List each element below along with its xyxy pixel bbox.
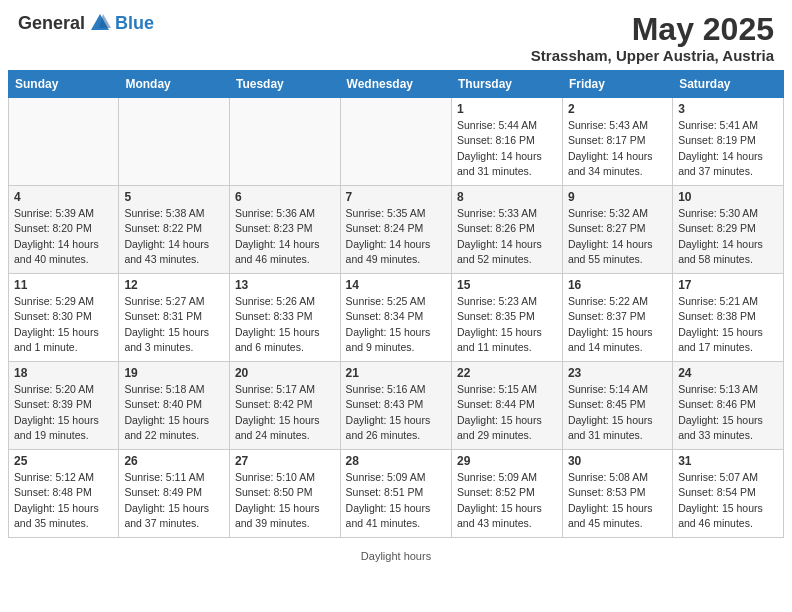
day-number: 26	[124, 454, 224, 468]
day-header-wednesday: Wednesday	[340, 71, 451, 98]
day-info: Sunrise: 5:39 AMSunset: 8:20 PMDaylight:…	[14, 206, 113, 267]
calendar-cell: 17Sunrise: 5:21 AMSunset: 8:38 PMDayligh…	[673, 274, 784, 362]
day-number: 6	[235, 190, 335, 204]
day-info: Sunrise: 5:15 AMSunset: 8:44 PMDaylight:…	[457, 382, 557, 443]
day-header-thursday: Thursday	[452, 71, 563, 98]
day-info: Sunrise: 5:16 AMSunset: 8:43 PMDaylight:…	[346, 382, 446, 443]
calendar-cell: 8Sunrise: 5:33 AMSunset: 8:26 PMDaylight…	[452, 186, 563, 274]
day-number: 20	[235, 366, 335, 380]
day-number: 17	[678, 278, 778, 292]
day-number: 19	[124, 366, 224, 380]
day-header-sunday: Sunday	[9, 71, 119, 98]
week-row-0: 1Sunrise: 5:44 AMSunset: 8:16 PMDaylight…	[9, 98, 784, 186]
footer: Daylight hours	[0, 546, 792, 564]
day-info: Sunrise: 5:09 AMSunset: 8:51 PMDaylight:…	[346, 470, 446, 531]
week-row-4: 25Sunrise: 5:12 AMSunset: 8:48 PMDayligh…	[9, 450, 784, 538]
day-info: Sunrise: 5:21 AMSunset: 8:38 PMDaylight:…	[678, 294, 778, 355]
calendar-cell: 16Sunrise: 5:22 AMSunset: 8:37 PMDayligh…	[562, 274, 672, 362]
calendar-cell: 15Sunrise: 5:23 AMSunset: 8:35 PMDayligh…	[452, 274, 563, 362]
day-number: 27	[235, 454, 335, 468]
calendar-cell: 10Sunrise: 5:30 AMSunset: 8:29 PMDayligh…	[673, 186, 784, 274]
day-info: Sunrise: 5:41 AMSunset: 8:19 PMDaylight:…	[678, 118, 778, 179]
day-info: Sunrise: 5:07 AMSunset: 8:54 PMDaylight:…	[678, 470, 778, 531]
calendar-cell: 13Sunrise: 5:26 AMSunset: 8:33 PMDayligh…	[229, 274, 340, 362]
calendar-cell: 21Sunrise: 5:16 AMSunset: 8:43 PMDayligh…	[340, 362, 451, 450]
day-number: 15	[457, 278, 557, 292]
day-number: 7	[346, 190, 446, 204]
day-number: 3	[678, 102, 778, 116]
calendar-cell: 22Sunrise: 5:15 AMSunset: 8:44 PMDayligh…	[452, 362, 563, 450]
day-number: 24	[678, 366, 778, 380]
calendar-table: SundayMondayTuesdayWednesdayThursdayFrid…	[8, 70, 784, 538]
days-header-row: SundayMondayTuesdayWednesdayThursdayFrid…	[9, 71, 784, 98]
day-number: 29	[457, 454, 557, 468]
day-number: 4	[14, 190, 113, 204]
logo-general: General	[18, 13, 85, 34]
day-number: 23	[568, 366, 667, 380]
day-number: 25	[14, 454, 113, 468]
day-number: 2	[568, 102, 667, 116]
day-number: 11	[14, 278, 113, 292]
day-info: Sunrise: 5:33 AMSunset: 8:26 PMDaylight:…	[457, 206, 557, 267]
day-info: Sunrise: 5:11 AMSunset: 8:49 PMDaylight:…	[124, 470, 224, 531]
day-info: Sunrise: 5:14 AMSunset: 8:45 PMDaylight:…	[568, 382, 667, 443]
day-number: 22	[457, 366, 557, 380]
calendar-cell: 12Sunrise: 5:27 AMSunset: 8:31 PMDayligh…	[119, 274, 230, 362]
title-area: May 2025 Strassham, Upper Austria, Austr…	[531, 12, 774, 64]
day-number: 30	[568, 454, 667, 468]
calendar-cell: 24Sunrise: 5:13 AMSunset: 8:46 PMDayligh…	[673, 362, 784, 450]
calendar-cell: 18Sunrise: 5:20 AMSunset: 8:39 PMDayligh…	[9, 362, 119, 450]
day-number: 18	[14, 366, 113, 380]
day-info: Sunrise: 5:30 AMSunset: 8:29 PMDaylight:…	[678, 206, 778, 267]
day-number: 12	[124, 278, 224, 292]
day-info: Sunrise: 5:38 AMSunset: 8:22 PMDaylight:…	[124, 206, 224, 267]
day-info: Sunrise: 5:20 AMSunset: 8:39 PMDaylight:…	[14, 382, 113, 443]
day-number: 13	[235, 278, 335, 292]
day-number: 5	[124, 190, 224, 204]
day-header-monday: Monday	[119, 71, 230, 98]
day-number: 8	[457, 190, 557, 204]
calendar-cell: 5Sunrise: 5:38 AMSunset: 8:22 PMDaylight…	[119, 186, 230, 274]
day-number: 31	[678, 454, 778, 468]
day-header-tuesday: Tuesday	[229, 71, 340, 98]
calendar-cell: 26Sunrise: 5:11 AMSunset: 8:49 PMDayligh…	[119, 450, 230, 538]
day-info: Sunrise: 5:18 AMSunset: 8:40 PMDaylight:…	[124, 382, 224, 443]
calendar-cell: 30Sunrise: 5:08 AMSunset: 8:53 PMDayligh…	[562, 450, 672, 538]
calendar-cell: 14Sunrise: 5:25 AMSunset: 8:34 PMDayligh…	[340, 274, 451, 362]
calendar-cell	[229, 98, 340, 186]
day-info: Sunrise: 5:36 AMSunset: 8:23 PMDaylight:…	[235, 206, 335, 267]
day-info: Sunrise: 5:23 AMSunset: 8:35 PMDaylight:…	[457, 294, 557, 355]
calendar-cell: 9Sunrise: 5:32 AMSunset: 8:27 PMDaylight…	[562, 186, 672, 274]
day-info: Sunrise: 5:29 AMSunset: 8:30 PMDaylight:…	[14, 294, 113, 355]
calendar-cell: 20Sunrise: 5:17 AMSunset: 8:42 PMDayligh…	[229, 362, 340, 450]
calendar-cell: 1Sunrise: 5:44 AMSunset: 8:16 PMDaylight…	[452, 98, 563, 186]
logo-icon	[89, 12, 111, 34]
day-header-friday: Friday	[562, 71, 672, 98]
day-info: Sunrise: 5:35 AMSunset: 8:24 PMDaylight:…	[346, 206, 446, 267]
month-title: May 2025	[531, 12, 774, 47]
day-number: 14	[346, 278, 446, 292]
day-info: Sunrise: 5:32 AMSunset: 8:27 PMDaylight:…	[568, 206, 667, 267]
day-info: Sunrise: 5:26 AMSunset: 8:33 PMDaylight:…	[235, 294, 335, 355]
day-number: 16	[568, 278, 667, 292]
day-number: 1	[457, 102, 557, 116]
calendar-cell: 2Sunrise: 5:43 AMSunset: 8:17 PMDaylight…	[562, 98, 672, 186]
logo: General Blue	[18, 12, 154, 34]
day-header-saturday: Saturday	[673, 71, 784, 98]
day-info: Sunrise: 5:13 AMSunset: 8:46 PMDaylight:…	[678, 382, 778, 443]
day-info: Sunrise: 5:08 AMSunset: 8:53 PMDaylight:…	[568, 470, 667, 531]
calendar-cell: 31Sunrise: 5:07 AMSunset: 8:54 PMDayligh…	[673, 450, 784, 538]
day-info: Sunrise: 5:09 AMSunset: 8:52 PMDaylight:…	[457, 470, 557, 531]
calendar-cell: 7Sunrise: 5:35 AMSunset: 8:24 PMDaylight…	[340, 186, 451, 274]
calendar-cell: 6Sunrise: 5:36 AMSunset: 8:23 PMDaylight…	[229, 186, 340, 274]
day-info: Sunrise: 5:44 AMSunset: 8:16 PMDaylight:…	[457, 118, 557, 179]
calendar-cell: 11Sunrise: 5:29 AMSunset: 8:30 PMDayligh…	[9, 274, 119, 362]
calendar-cell: 4Sunrise: 5:39 AMSunset: 8:20 PMDaylight…	[9, 186, 119, 274]
week-row-3: 18Sunrise: 5:20 AMSunset: 8:39 PMDayligh…	[9, 362, 784, 450]
calendar-cell	[340, 98, 451, 186]
logo-blue: Blue	[115, 13, 154, 34]
day-number: 10	[678, 190, 778, 204]
calendar-cell: 25Sunrise: 5:12 AMSunset: 8:48 PMDayligh…	[9, 450, 119, 538]
calendar-cell	[9, 98, 119, 186]
calendar-cell: 28Sunrise: 5:09 AMSunset: 8:51 PMDayligh…	[340, 450, 451, 538]
